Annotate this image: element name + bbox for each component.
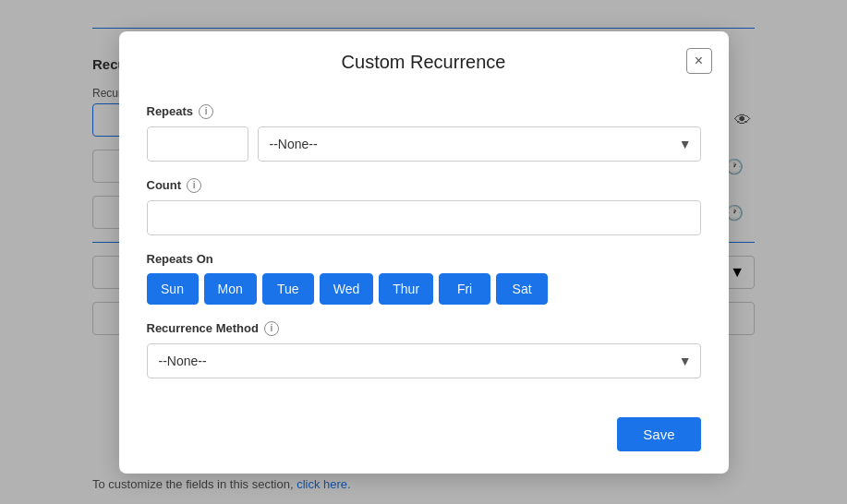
day-btn-sun[interactable]: Sun xyxy=(147,273,199,305)
days-row: Sun Mon Tue Wed Thur Fri Sat xyxy=(147,273,701,305)
count-input[interactable] xyxy=(147,200,701,235)
recurrence-method-info-icon: i xyxy=(264,321,279,336)
modal-header: Custom Recurrence × xyxy=(119,31,729,90)
save-button[interactable]: Save xyxy=(617,417,700,451)
recurrence-select-wrapper: --None-- By Day By Set Position ▼ xyxy=(147,343,701,378)
modal-footer: Save xyxy=(119,417,729,474)
modal-body: Repeats i --None-- Daily Weekly Monthly … xyxy=(119,90,729,417)
modal-close-button[interactable]: × xyxy=(686,48,712,74)
count-row-container: Count i xyxy=(147,178,701,235)
repeats-select-wrapper: --None-- Daily Weekly Monthly Yearly ▼ xyxy=(258,126,701,162)
recurrence-method-label: Recurrence Method i xyxy=(147,321,701,336)
recurrence-method-container: Recurrence Method i --None-- By Day By S… xyxy=(147,321,701,378)
repeats-inputs: --None-- Daily Weekly Monthly Yearly ▼ xyxy=(147,126,701,162)
modal-overlay: Custom Recurrence × Repeats i --None-- xyxy=(0,0,847,504)
day-btn-fri[interactable]: Fri xyxy=(439,273,490,305)
day-btn-thur[interactable]: Thur xyxy=(379,273,433,305)
close-icon: × xyxy=(695,53,703,69)
count-label: Count i xyxy=(147,178,701,193)
repeats-label: Repeats i xyxy=(147,104,701,119)
day-btn-sat[interactable]: Sat xyxy=(496,273,548,305)
modal-title: Custom Recurrence xyxy=(342,52,506,73)
repeats-on-label: Repeats On xyxy=(147,252,701,266)
custom-recurrence-modal: Custom Recurrence × Repeats i --None-- xyxy=(119,31,729,474)
count-info-icon: i xyxy=(187,178,201,193)
repeats-row-container: Repeats i --None-- Daily Weekly Monthly … xyxy=(147,104,701,162)
repeats-info-icon: i xyxy=(199,104,213,119)
day-btn-wed[interactable]: Wed xyxy=(320,273,374,305)
repeats-number-input[interactable] xyxy=(147,126,248,162)
repeats-select[interactable]: --None-- Daily Weekly Monthly Yearly xyxy=(258,126,701,162)
recurrence-method-select[interactable]: --None-- By Day By Set Position xyxy=(147,343,701,378)
repeats-on-container: Repeats On Sun Mon Tue Wed Thur Fri Sat xyxy=(147,252,701,305)
day-btn-tue[interactable]: Tue xyxy=(262,273,314,305)
day-btn-mon[interactable]: Mon xyxy=(204,273,257,305)
